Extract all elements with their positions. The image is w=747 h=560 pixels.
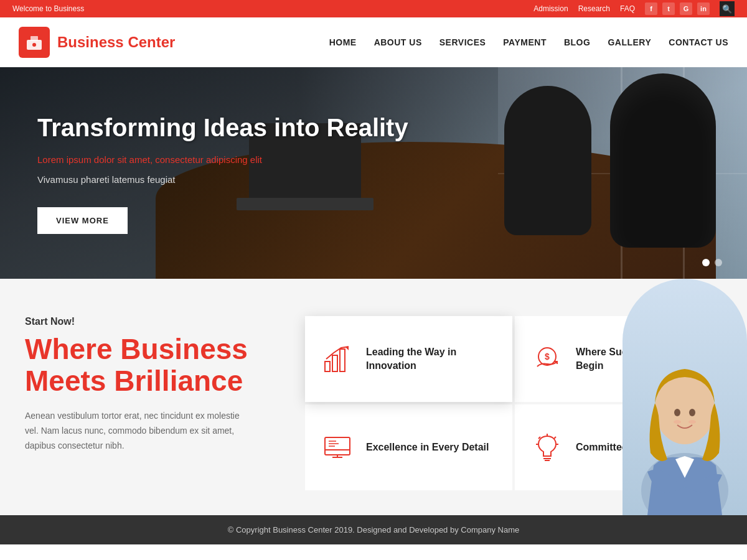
nav-about[interactable]: ABOUT US: [374, 35, 422, 50]
start-now-label: Start Now!: [25, 316, 286, 327]
footer-text: © Copyright Business Center 2019. Design…: [228, 525, 519, 534]
linkedin-icon[interactable]: in: [697, 2, 710, 15]
svg-rect-5: [340, 349, 345, 371]
svg-rect-4: [332, 355, 337, 371]
card-innovation-title: Leading the Way in Innovation: [366, 345, 497, 373]
card-excellence-title: Excellence in Every Detail: [366, 441, 489, 454]
svg-rect-1: [31, 36, 38, 41]
nav-home[interactable]: HOME: [329, 35, 357, 50]
faq-link[interactable]: FAQ: [620, 4, 635, 13]
hero-subtitle2: Vivamusu phareti latemus feugiat: [37, 172, 408, 187]
svg-point-28: [674, 420, 681, 424]
main-description: Aenean vestibulum tortor erat, nec tinci…: [25, 409, 249, 453]
dot-2[interactable]: [715, 259, 722, 266]
main-nav: HOME ABOUT US SERVICES PAYMENT BLOG GALL…: [329, 35, 728, 50]
svg-rect-3: [325, 362, 330, 371]
nav-services[interactable]: SERVICES: [439, 35, 486, 50]
chart-icon: [320, 342, 355, 376]
logo-icon: [19, 27, 50, 58]
footer: © Copyright Business Center 2019. Design…: [0, 515, 747, 544]
main-left: Start Now! Where Business Meets Brillian…: [25, 316, 286, 490]
main-headline: Where Business Meets Brilliance: [25, 334, 286, 396]
hero-subtitle1: Lorem ipsum dolor sit amet, consectetur …: [37, 152, 408, 167]
hero-title: Transforming Ideas into Reality: [37, 113, 408, 142]
main-section: Start Now! Where Business Meets Brillian…: [0, 279, 747, 515]
logo-text: Business Center: [57, 34, 175, 51]
bulb-icon: [530, 430, 565, 465]
research-link[interactable]: Research: [578, 4, 610, 13]
nav-payment[interactable]: PAYMENT: [503, 35, 547, 50]
hero-content: Transforming Ideas into Reality Lorem ip…: [0, 113, 446, 234]
top-bar: Welcome to Business Admission Research F…: [0, 0, 747, 17]
svg-point-29: [688, 420, 696, 424]
money-icon: $: [530, 342, 565, 376]
nav-contact[interactable]: CONTACT US: [669, 35, 728, 50]
nav-blog[interactable]: BLOG: [564, 35, 590, 50]
dot-1[interactable]: [702, 259, 710, 266]
person-svg: [622, 291, 747, 515]
card-excellence: Excellence in Every Detail: [305, 404, 512, 490]
social-icons: f t G in: [645, 2, 710, 15]
facebook-icon[interactable]: f: [645, 2, 657, 15]
card-innovation: Leading the Way in Innovation: [305, 316, 512, 402]
admission-link[interactable]: Admission: [533, 4, 568, 13]
hero-section: Transforming Ideas into Reality Lorem ip…: [0, 67, 747, 279]
svg-point-2: [32, 43, 36, 47]
search-icon[interactable]: 🔍: [720, 1, 735, 16]
view-more-button[interactable]: VIEW MORE: [37, 207, 128, 234]
googleplus-icon[interactable]: G: [680, 2, 692, 15]
person-area: [622, 279, 747, 515]
welcome-text: Welcome to Business: [12, 4, 84, 13]
twitter-icon[interactable]: t: [662, 2, 675, 15]
svg-text:$: $: [545, 352, 550, 362]
hero-dots: [702, 259, 722, 266]
nav-gallery[interactable]: GALLERY: [608, 35, 651, 50]
svg-point-27: [689, 409, 695, 416]
header: Business Center HOME ABOUT US SERVICES P…: [0, 17, 747, 67]
screen-icon: [320, 430, 355, 465]
logo: Business Center: [19, 27, 175, 58]
top-bar-right: Admission Research FAQ f t G in 🔍: [533, 1, 735, 16]
svg-point-26: [674, 409, 680, 416]
svg-line-22: [554, 437, 556, 439]
